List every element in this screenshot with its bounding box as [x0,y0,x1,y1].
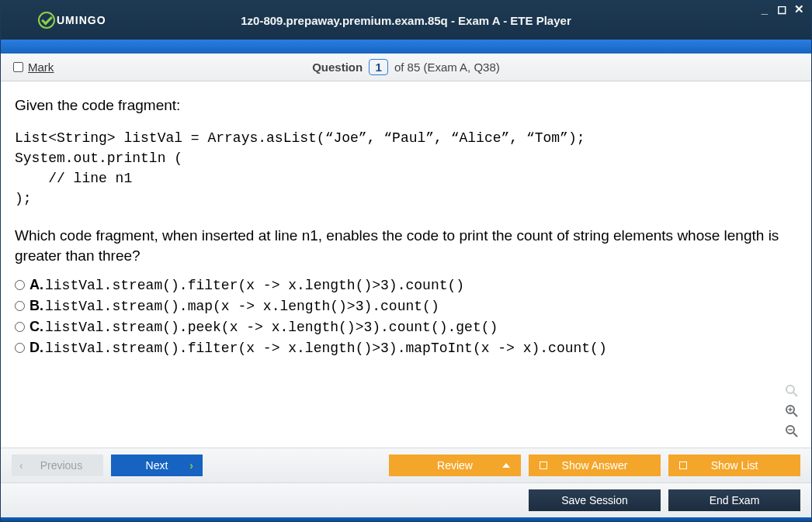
navigation-bar: ‹ Previous Next › Review Show Answer Sho… [1,448,811,482]
previous-label: Previous [40,459,82,472]
question-text: Which code fragment, when inserted at li… [15,226,797,265]
question-content: Given the code fragment: List<String> li… [1,81,811,448]
app-logo: UMINGO [38,12,106,29]
zoom-out-icon[interactable] [783,423,800,440]
question-total: of 85 (Exam A, Q38) [394,60,500,74]
option-code: listVal.stream().filter(x -> x.length()>… [45,341,607,356]
square-icon [540,462,547,469]
search-icon[interactable] [783,382,800,399]
svg-line-7 [793,433,797,437]
show-answer-button[interactable]: Show Answer [529,455,661,476]
option-letter: D. [29,340,43,355]
radio-icon[interactable] [15,280,25,290]
show-answer-label: Show Answer [562,459,628,472]
radio-icon[interactable] [15,343,25,353]
option-c[interactable]: C.listVal.stream().peek(x -> x.length()>… [15,319,797,335]
triangle-up-icon [502,463,510,468]
show-list-button[interactable]: Show List [668,455,800,476]
question-header: Mark Question 1 of 85 (Exam A, Q38) [1,54,811,81]
save-session-label: Save Session [561,494,628,506]
svg-point-0 [786,385,794,393]
option-code: listVal.stream().map(x -> x.length()>3).… [45,299,439,314]
end-exam-button[interactable]: End Exam [668,489,800,511]
end-exam-label: End Exam [710,494,760,506]
review-button[interactable]: Review [389,455,521,476]
question-indicator: Question 1 of 85 (Exam A, Q38) [1,59,811,75]
chevron-right-icon: › [189,459,193,472]
save-session-button[interactable]: Save Session [529,489,661,511]
option-code: listVal.stream().peek(x -> x.length()>3)… [45,320,498,335]
window-title: 1z0-809.prepaway.premium.exam.85q - Exam… [1,14,811,27]
chevron-left-icon: ‹ [19,459,23,472]
title-bar: UMINGO 1z0-809.prepaway.premium.exam.85q… [1,1,811,40]
bottom-bar: Save Session End Exam [1,482,811,517]
option-letter: B. [29,298,43,313]
options-list: A.listVal.stream().filter(x -> x.length(… [15,277,797,356]
logo-text: UMINGO [57,14,106,26]
zoom-in-icon[interactable] [783,403,800,420]
accent-strip [1,40,811,54]
maximize-icon[interactable]: ◻ [776,2,788,16]
mark-toggle[interactable]: Mark [13,60,54,74]
svg-line-3 [793,413,797,417]
option-d[interactable]: D.listVal.stream().filter(x -> x.length(… [15,340,797,356]
radio-icon[interactable] [15,322,25,332]
close-icon[interactable]: ✕ [793,2,805,16]
window-controls: _ ◻ ✕ [758,2,805,16]
zoom-tools [783,382,800,440]
checkbox-icon[interactable] [13,62,23,72]
square-icon [679,462,687,469]
review-label: Review [437,459,473,472]
previous-button[interactable]: ‹ Previous [12,455,103,476]
next-label: Next [146,459,168,472]
option-b[interactable]: B.listVal.stream().map(x -> x.length()>3… [15,298,797,314]
minimize-icon[interactable]: _ [758,2,771,16]
question-number-box[interactable]: 1 [369,59,387,75]
option-letter: A. [29,277,43,292]
check-circle-icon [38,12,55,29]
option-code: listVal.stream().filter(x -> x.length()>… [45,278,464,293]
radio-icon[interactable] [15,301,25,311]
question-prompt: Given the code fragment: [15,97,797,114]
next-button[interactable]: Next › [111,455,203,476]
option-letter: C. [29,319,43,334]
show-list-label: Show List [711,459,758,472]
option-a[interactable]: A.listVal.stream().filter(x -> x.length(… [15,277,797,293]
code-fragment: List<String> listVal = Arrays.asList(“Jo… [15,128,797,209]
svg-line-1 [793,392,797,396]
question-word: Question [312,60,363,74]
mark-label: Mark [28,60,54,74]
bottom-accent-strip [1,517,811,521]
